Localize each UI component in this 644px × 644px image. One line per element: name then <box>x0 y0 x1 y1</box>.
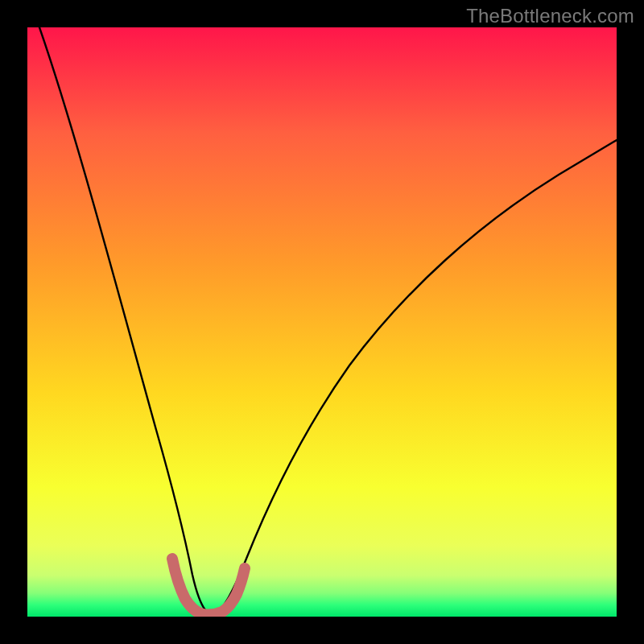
chart-frame: TheBottleneck.com <box>0 0 644 644</box>
sweet-spot-marker <box>172 559 245 615</box>
chart-svg <box>27 27 617 617</box>
bottleneck-curve <box>39 27 617 614</box>
plot-area <box>27 27 617 617</box>
watermark-text: TheBottleneck.com <box>466 5 634 27</box>
